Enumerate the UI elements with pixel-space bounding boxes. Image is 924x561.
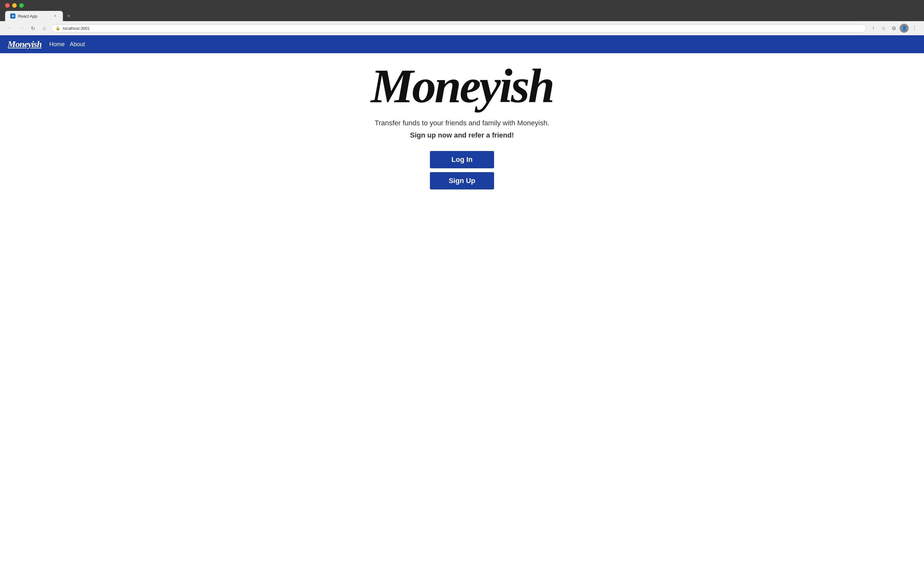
bookmark-button[interactable]: ☆ xyxy=(879,24,888,33)
browser-tab-active[interactable]: ⚛ React App × xyxy=(5,11,63,21)
nav-links: Home About xyxy=(50,41,85,48)
browser-titlebar xyxy=(0,0,924,11)
tab-bar: ⚛ React App × + xyxy=(0,11,924,21)
main-content: Moneyish Transfer funds to your friends … xyxy=(0,53,924,209)
app: Moneyish Home About Moneyish Transfer fu… xyxy=(0,35,924,209)
app-navbar: Moneyish Home About xyxy=(0,35,924,53)
close-button[interactable] xyxy=(5,3,10,8)
minimize-button[interactable] xyxy=(12,3,16,8)
forward-button[interactable]: → xyxy=(16,24,26,33)
toolbar-actions: ↑ ☆ ⚙ 👤 ⋮ xyxy=(869,24,919,33)
browser-chrome: ⚛ React App × + ← → ↻ ⌂ 🔒 localhost:3001… xyxy=(0,0,924,35)
maximize-button[interactable] xyxy=(19,3,24,8)
reload-button[interactable]: ↻ xyxy=(28,24,37,33)
signup-button[interactable]: Sign Up xyxy=(430,172,494,190)
tab-favicon: ⚛ xyxy=(10,13,15,19)
profile-avatar[interactable]: 👤 xyxy=(900,24,909,33)
tab-title: React App xyxy=(18,14,50,19)
browser-toolbar: ← → ↻ ⌂ 🔒 localhost:3001 ↑ ☆ ⚙ 👤 ⋮ xyxy=(0,21,924,35)
tagline-1: Transfer funds to your friends and famil… xyxy=(375,119,550,127)
lock-icon: 🔒 xyxy=(56,26,60,30)
hero-logo: Moneyish xyxy=(371,60,553,112)
login-button[interactable]: Log In xyxy=(430,151,494,168)
nav-link-home[interactable]: Home xyxy=(50,41,65,48)
back-button[interactable]: ← xyxy=(5,24,14,33)
menu-button[interactable]: ⋮ xyxy=(910,24,919,33)
home-button[interactable]: ⌂ xyxy=(40,24,49,33)
cta-buttons: Log In Sign Up xyxy=(430,151,494,190)
traffic-lights xyxy=(5,3,24,8)
tab-close-button[interactable]: × xyxy=(52,13,58,19)
url-text: localhost:3001 xyxy=(63,26,862,31)
extensions-button[interactable]: ⚙ xyxy=(890,24,898,33)
share-button[interactable]: ↑ xyxy=(869,24,878,33)
new-tab-button[interactable]: + xyxy=(64,12,73,21)
nav-link-about[interactable]: About xyxy=(70,41,85,48)
address-bar[interactable]: 🔒 localhost:3001 xyxy=(51,24,866,32)
app-logo[interactable]: Moneyish xyxy=(8,39,42,49)
tagline-2: Sign up now and refer a friend! xyxy=(410,131,514,139)
